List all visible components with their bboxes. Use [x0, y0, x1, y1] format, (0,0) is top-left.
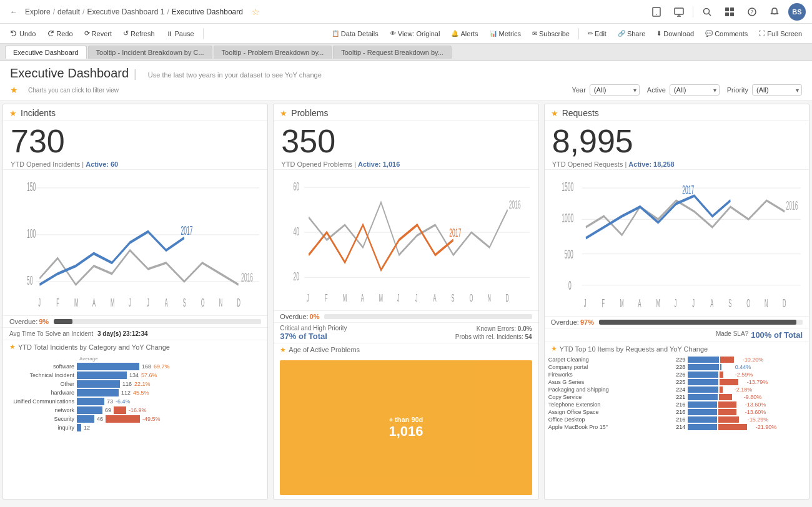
fullscreen-button[interactable]: ⛶ Full Screen	[754, 28, 807, 39]
active-filter-wrap: (All)	[670, 84, 720, 96]
comments-button[interactable]: 💬 Comments	[700, 28, 753, 39]
svg-rect-10	[730, 12, 734, 16]
svg-text:M: M	[111, 297, 114, 309]
undo-label: Undo	[19, 30, 36, 37]
req-count-asus: 225	[668, 379, 685, 385]
bar-positive-security	[77, 415, 94, 423]
layout-icon[interactable]	[721, 3, 738, 21]
data-details-button[interactable]: 📋 Data Details	[327, 28, 384, 39]
active-filter-select[interactable]: (All)	[670, 84, 720, 96]
share-button[interactable]: 🔗 Share	[613, 28, 650, 39]
priority-filter-group: Priority (All)	[727, 84, 802, 96]
svg-text:A: A	[433, 292, 437, 303]
bar-count-other: 116	[122, 381, 132, 387]
requests-sub-star-icon: ★	[551, 345, 557, 353]
problems-line-chart-area: 60 40 20 J F M A M J J A S O N	[274, 170, 538, 310]
svg-text:N: N	[219, 297, 222, 309]
bell-icon[interactable]	[766, 3, 783, 21]
tab-incident-breakdown[interactable]: Tooltip - Incident Breakdown by C...	[88, 46, 212, 59]
bar-label-technical: Technical Incident	[8, 372, 77, 378]
bar-label-software: software	[8, 363, 77, 370]
priority-filter-select[interactable]: (All)	[752, 84, 802, 96]
svg-text:S: S	[452, 292, 455, 303]
edit-button[interactable]: ✏ Edit	[583, 28, 611, 39]
pause-button[interactable]: ⏸ Pause	[161, 28, 199, 39]
req-pct-assign: -13.60%	[738, 409, 766, 415]
incidents-panel: ★ Incidents 730 YTD Opened Incidents | A…	[2, 104, 268, 500]
incidents-overdue-bar: Overdue: 9%	[3, 315, 267, 327]
tab-executive-dashboard[interactable]: Executive Dashboard	[5, 46, 87, 59]
back-button[interactable]: ←	[6, 4, 21, 19]
subscribe-label: Subscribe	[539, 30, 570, 37]
help-icon[interactable]: ?	[743, 3, 761, 21]
tab-problem-breakdown[interactable]: Tooltip - Problem Breakdown by...	[214, 46, 332, 59]
priority-filter-wrap: (All)	[752, 84, 802, 96]
search-icon[interactable]	[698, 3, 716, 21]
svg-text:J: J	[674, 297, 676, 310]
svg-text:0: 0	[568, 278, 572, 292]
req-pct-company: 0.44%	[723, 364, 751, 370]
alerts-button[interactable]: 🔔 Alerts	[446, 28, 483, 39]
breadcrumb-dash-current: Executive Dashboard	[172, 7, 243, 16]
req-count-desktop: 216	[668, 416, 685, 423]
requests-kpi-section: 8,995 YTD Opened Requests | Active: 18,2…	[545, 121, 809, 170]
revert-button[interactable]: ⟳ Revert	[79, 27, 117, 39]
svg-text:M: M	[656, 297, 660, 310]
priority-filter-label: Priority	[727, 86, 748, 94]
bar-positive-software	[77, 363, 139, 370]
svg-text:40: 40	[294, 225, 300, 238]
toolbar: Undo Redo ⟳ Revert ↺ Refresh ⏸ Pause 📋 D…	[0, 24, 812, 44]
alerts-label: Alerts	[460, 30, 478, 37]
req-row-desktop: Office Desktop 216 -15.29%	[548, 416, 805, 423]
metrics-button[interactable]: 📊 Metrics	[485, 28, 526, 39]
bar-count-hardware: 112	[121, 390, 131, 396]
bar-count-software: 168	[142, 363, 151, 370]
req-label-company: Company portal	[548, 364, 668, 370]
view-original-button[interactable]: 👁 View: Original	[385, 28, 445, 39]
incidents-header: ★ Incidents	[3, 104, 267, 121]
title-separator: |	[134, 67, 137, 81]
problems-kpi-section: 350 YTD Opened Problems | Active: 1,016	[274, 121, 538, 170]
incidents-kpi-section: 730 YTD Opened Incidents | Active: 60	[3, 121, 267, 170]
undo-button[interactable]: Undo	[5, 28, 41, 39]
download-button[interactable]: ⬇ Download	[651, 28, 699, 39]
topbar: ← Explore / default / Executive Dashboar…	[0, 0, 812, 24]
active-filter-label: Active	[647, 86, 666, 94]
problems-age-chart: + than 90d 1,016	[274, 357, 538, 499]
subscribe-button[interactable]: ✉ Subscribe	[527, 28, 575, 39]
bar-count-security: 46	[97, 416, 103, 422]
svg-text:F: F	[602, 297, 605, 310]
data-details-icon: 📋	[332, 30, 339, 37]
svg-text:J: J	[692, 297, 695, 310]
req-count-packaging: 224	[668, 386, 685, 393]
bar-row-security: Security 46 -49.5%	[8, 415, 262, 423]
user-avatar[interactable]: BS	[788, 3, 806, 21]
year-filter-select[interactable]: (All)	[590, 84, 640, 96]
bar-pct-software: 69.7%	[154, 363, 170, 370]
favorite-star[interactable]: ☆	[252, 7, 260, 17]
bar-positive-inquiry	[77, 424, 81, 431]
req-count-macbook: 214	[668, 424, 685, 430]
tablet-icon[interactable]	[648, 3, 665, 21]
present-icon[interactable]	[670, 3, 688, 21]
svg-text:A: A	[92, 297, 96, 309]
refresh-button[interactable]: ↺ Refresh	[118, 27, 160, 39]
breadcrumb-explore[interactable]: Explore	[25, 7, 51, 16]
bar-pct-hardware: 45.5%	[133, 390, 149, 396]
incidents-avg-val: 3 day(s) 23:12:34	[97, 330, 148, 337]
subscribe-icon: ✉	[532, 30, 537, 37]
breadcrumb-sep1: /	[53, 7, 55, 16]
svg-text:J: J	[38, 297, 41, 309]
req-label-assign: Assign Office Space	[548, 409, 668, 415]
breadcrumb-default[interactable]: default	[57, 7, 80, 16]
breadcrumb-dash1[interactable]: Executive Dashboard 1	[87, 7, 164, 16]
req-label-desktop: Office Desktop	[548, 416, 668, 423]
breadcrumb-sep2: /	[82, 7, 84, 16]
svg-text:20: 20	[294, 270, 300, 283]
bar-label-inquiry: inquiry	[8, 425, 77, 431]
svg-text:M: M	[343, 292, 347, 303]
svg-text:M: M	[379, 292, 383, 303]
tab-bar: Executive Dashboard Tooltip - Incident B…	[0, 44, 812, 61]
tab-request-breakdown[interactable]: Tooltip - Request Breakdown by...	[333, 46, 452, 59]
redo-button[interactable]: Redo	[42, 28, 77, 39]
